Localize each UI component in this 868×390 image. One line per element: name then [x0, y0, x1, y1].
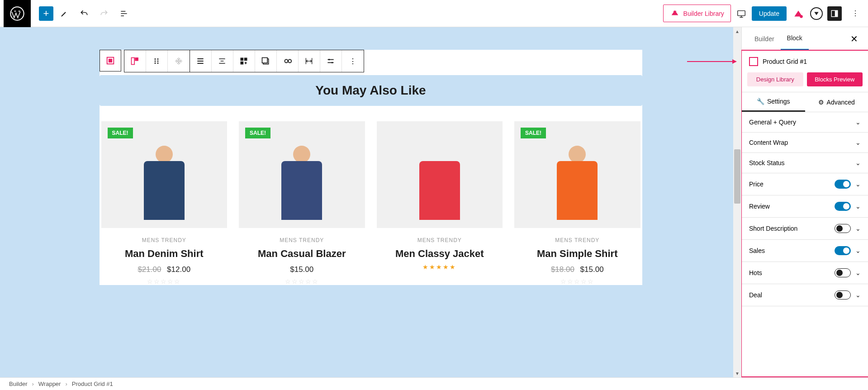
product-image: SALE!: [239, 121, 365, 228]
update-button[interactable]: Update: [752, 6, 787, 21]
svg-rect-4: [835, 10, 838, 17]
product-image: [377, 121, 503, 228]
product-price: $18.00 $15.00: [514, 265, 640, 274]
app-icon-pink[interactable]: [791, 6, 806, 21]
sidebar-toggle-icon[interactable]: [827, 6, 842, 21]
product-category: MENS TRENDY: [101, 237, 228, 243]
chevron-down-icon: ⌄: [855, 181, 861, 188]
align-center-icon[interactable]: [212, 50, 233, 72]
infinity-icon[interactable]: [277, 50, 299, 72]
panel-title: Deal: [749, 291, 835, 299]
svg-rect-19: [241, 62, 244, 65]
add-block-button[interactable]: +: [39, 6, 53, 21]
svg-rect-9: [132, 58, 135, 65]
svg-rect-10: [135, 58, 138, 61]
chevron-down-icon: ⌄: [855, 269, 861, 276]
product-category: MENS TRENDY: [239, 237, 365, 243]
advanced-tab[interactable]: ⚙ Advanced: [805, 92, 868, 112]
block-name: Product Grid #1: [763, 58, 807, 65]
image-stack-icon[interactable]: [255, 50, 277, 72]
vertical-scrollbar[interactable]: ▲ ▼: [733, 27, 741, 377]
more-options-icon[interactable]: ⋮: [342, 50, 364, 72]
app-icon-circle[interactable]: [810, 7, 823, 20]
panel-title: Hots: [749, 269, 835, 276]
more-menu-icon[interactable]: ⋮: [846, 5, 864, 23]
panel-title: Stock Status: [749, 159, 855, 166]
toggle-switch[interactable]: [835, 202, 851, 211]
settings-tab[interactable]: 🔧 Settings: [742, 92, 805, 112]
svg-marker-6: [732, 59, 737, 64]
panel-price[interactable]: Price ⌄: [742, 173, 868, 195]
topbar: + Builder Library Update ⋮: [0, 0, 868, 27]
toggle-switch[interactable]: [835, 268, 851, 277]
layout-icon[interactable]: [233, 50, 255, 72]
sale-badge: SALE!: [108, 128, 133, 138]
scroll-down-icon[interactable]: ▼: [733, 369, 741, 377]
panel-title: Sales: [749, 247, 835, 254]
block-move-icon[interactable]: [168, 50, 190, 72]
panel-title: Short Description: [749, 225, 835, 232]
builder-library-button[interactable]: Builder Library: [663, 5, 731, 22]
svg-rect-1: [738, 10, 745, 15]
product-rating: ★★★★★: [377, 263, 503, 271]
desktop-preview-icon[interactable]: [735, 8, 747, 19]
panel-deal[interactable]: Deal ⌄: [742, 284, 868, 306]
product-card[interactable]: MENS TRENDY Men Classy Jacket ★★★★★: [377, 121, 503, 285]
chevron-down-icon: ⌄: [855, 119, 861, 126]
list-view-icon[interactable]: [115, 5, 133, 23]
wordpress-logo[interactable]: [4, 0, 31, 27]
panel-sales[interactable]: Sales ⌄: [742, 240, 868, 262]
tab-builder[interactable]: Builder: [748, 28, 781, 50]
scroll-up-icon[interactable]: ▲: [733, 27, 741, 35]
section-title-bar[interactable]: You May Also Like: [100, 75, 642, 106]
svg-point-22: [328, 59, 330, 60]
sliders-icon[interactable]: [320, 50, 342, 72]
product-rating: ☆☆☆☆☆: [101, 278, 228, 285]
product-rating: ☆☆☆☆☆: [239, 278, 365, 285]
panel-hots[interactable]: Hots ⌄: [742, 262, 868, 284]
svg-rect-17: [241, 58, 244, 61]
blocks-preview-button[interactable]: Blocks Preview: [807, 72, 863, 86]
edit-icon[interactable]: [55, 5, 73, 23]
panel-general-query[interactable]: General + Query ⌄: [742, 112, 868, 133]
scroll-thumb[interactable]: [734, 149, 740, 204]
panel-title: Content Wrap: [749, 139, 855, 146]
redo-icon[interactable]: [95, 5, 113, 23]
product-card[interactable]: SALE! MENS TRENDY Man Casual Blazer $15.…: [239, 121, 365, 285]
svg-point-23: [332, 62, 333, 63]
toggle-switch[interactable]: [835, 246, 851, 255]
toggle-switch[interactable]: [835, 180, 851, 189]
chevron-down-icon: ⌄: [855, 225, 861, 232]
canvas: ⋮ You May Also Like SALE! MENS TRENDY Ma…: [0, 27, 741, 377]
wrench-icon: 🔧: [757, 98, 764, 105]
product-rating: ☆☆☆☆☆: [514, 278, 640, 285]
product-card[interactable]: SALE! MENS TRENDY Man Simple Shirt $18.0…: [514, 121, 640, 285]
svg-point-13: [155, 61, 156, 62]
toggle-switch[interactable]: [835, 290, 851, 300]
builder-library-label: Builder Library: [683, 10, 724, 17]
block-select-icon[interactable]: [124, 50, 146, 72]
close-icon[interactable]: ✕: [847, 33, 862, 44]
align-justify-icon[interactable]: [190, 50, 212, 72]
undo-icon[interactable]: [75, 5, 93, 23]
product-title: Man Casual Blazer: [239, 248, 365, 260]
block-type-icon[interactable]: [100, 50, 121, 71]
panel-short-description[interactable]: Short Description ⌄: [742, 218, 868, 240]
panel-content-wrap[interactable]: Content Wrap ⌄: [742, 133, 868, 153]
panel-stock-status[interactable]: Stock Status ⌄: [742, 153, 868, 173]
product-price: $21.00 $12.00: [101, 265, 228, 274]
section-title: You May Also Like: [100, 83, 642, 98]
library-icon: [670, 8, 680, 19]
width-icon[interactable]: [299, 50, 320, 72]
product-image: SALE!: [101, 121, 228, 228]
tab-block[interactable]: Block: [781, 27, 809, 50]
svg-point-12: [157, 58, 159, 60]
block-drag-icon[interactable]: [146, 50, 168, 72]
toggle-switch[interactable]: [835, 224, 851, 233]
product-card[interactable]: SALE! MENS TRENDY Man Denim Shirt $21.00…: [101, 121, 228, 285]
panel-review[interactable]: Review ⌄: [742, 195, 868, 218]
product-title: Man Simple Shirt: [514, 248, 640, 260]
product-category: MENS TRENDY: [514, 237, 640, 243]
design-library-button[interactable]: Design Library: [747, 72, 803, 86]
chevron-down-icon: ⌄: [855, 203, 861, 210]
